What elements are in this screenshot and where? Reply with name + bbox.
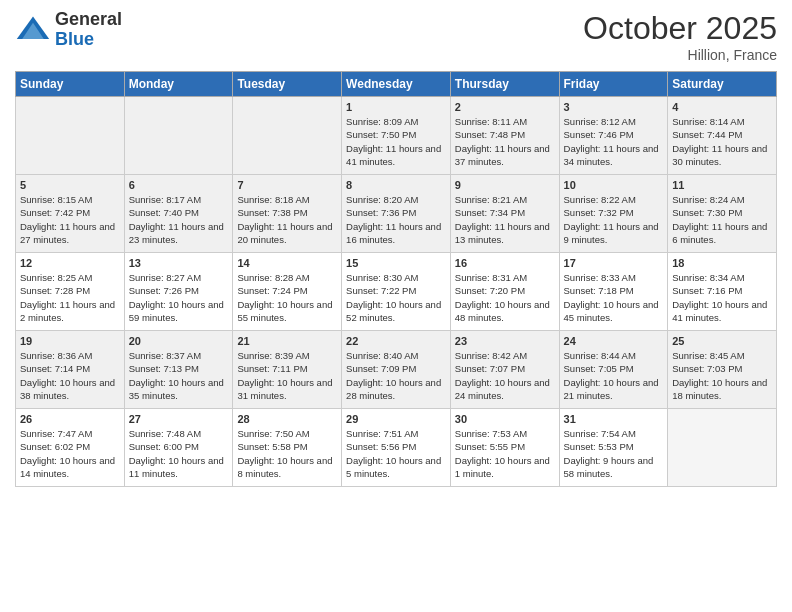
day-number: 24: [564, 335, 664, 347]
title-area: October 2025 Hillion, France: [583, 10, 777, 63]
table-row: 4Sunrise: 8:14 AM Sunset: 7:44 PM Daylig…: [668, 97, 777, 175]
day-number: 28: [237, 413, 337, 425]
day-number: 31: [564, 413, 664, 425]
day-number: 26: [20, 413, 120, 425]
day-info: Sunrise: 8:36 AM Sunset: 7:14 PM Dayligh…: [20, 349, 120, 402]
col-tuesday: Tuesday: [233, 72, 342, 97]
day-info: Sunrise: 8:42 AM Sunset: 7:07 PM Dayligh…: [455, 349, 555, 402]
table-row: 12Sunrise: 8:25 AM Sunset: 7:28 PM Dayli…: [16, 253, 125, 331]
table-row: [233, 97, 342, 175]
day-info: Sunrise: 7:50 AM Sunset: 5:58 PM Dayligh…: [237, 427, 337, 480]
table-row: 30Sunrise: 7:53 AM Sunset: 5:55 PM Dayli…: [450, 409, 559, 487]
logo-icon: [15, 12, 51, 48]
day-number: 16: [455, 257, 555, 269]
day-info: Sunrise: 8:15 AM Sunset: 7:42 PM Dayligh…: [20, 193, 120, 246]
day-info: Sunrise: 8:44 AM Sunset: 7:05 PM Dayligh…: [564, 349, 664, 402]
day-info: Sunrise: 8:21 AM Sunset: 7:34 PM Dayligh…: [455, 193, 555, 246]
day-number: 11: [672, 179, 772, 191]
table-row: [668, 409, 777, 487]
day-info: Sunrise: 8:40 AM Sunset: 7:09 PM Dayligh…: [346, 349, 446, 402]
day-info: Sunrise: 7:53 AM Sunset: 5:55 PM Dayligh…: [455, 427, 555, 480]
day-number: 29: [346, 413, 446, 425]
day-info: Sunrise: 8:37 AM Sunset: 7:13 PM Dayligh…: [129, 349, 229, 402]
day-number: 13: [129, 257, 229, 269]
day-info: Sunrise: 8:24 AM Sunset: 7:30 PM Dayligh…: [672, 193, 772, 246]
day-info: Sunrise: 8:34 AM Sunset: 7:16 PM Dayligh…: [672, 271, 772, 324]
day-info: Sunrise: 8:45 AM Sunset: 7:03 PM Dayligh…: [672, 349, 772, 402]
table-row: 13Sunrise: 8:27 AM Sunset: 7:26 PM Dayli…: [124, 253, 233, 331]
day-info: Sunrise: 8:22 AM Sunset: 7:32 PM Dayligh…: [564, 193, 664, 246]
table-row: 3Sunrise: 8:12 AM Sunset: 7:46 PM Daylig…: [559, 97, 668, 175]
col-monday: Monday: [124, 72, 233, 97]
table-row: 16Sunrise: 8:31 AM Sunset: 7:20 PM Dayli…: [450, 253, 559, 331]
logo-blue: Blue: [55, 30, 122, 50]
logo: General Blue: [15, 10, 122, 50]
day-info: Sunrise: 8:20 AM Sunset: 7:36 PM Dayligh…: [346, 193, 446, 246]
table-row: 1Sunrise: 8:09 AM Sunset: 7:50 PM Daylig…: [342, 97, 451, 175]
day-info: Sunrise: 8:33 AM Sunset: 7:18 PM Dayligh…: [564, 271, 664, 324]
table-row: 9Sunrise: 8:21 AM Sunset: 7:34 PM Daylig…: [450, 175, 559, 253]
table-row: 14Sunrise: 8:28 AM Sunset: 7:24 PM Dayli…: [233, 253, 342, 331]
day-number: 14: [237, 257, 337, 269]
day-number: 23: [455, 335, 555, 347]
day-number: 5: [20, 179, 120, 191]
day-number: 21: [237, 335, 337, 347]
day-info: Sunrise: 8:12 AM Sunset: 7:46 PM Dayligh…: [564, 115, 664, 168]
table-row: 27Sunrise: 7:48 AM Sunset: 6:00 PM Dayli…: [124, 409, 233, 487]
table-row: 20Sunrise: 8:37 AM Sunset: 7:13 PM Dayli…: [124, 331, 233, 409]
table-row: 2Sunrise: 8:11 AM Sunset: 7:48 PM Daylig…: [450, 97, 559, 175]
day-info: Sunrise: 8:30 AM Sunset: 7:22 PM Dayligh…: [346, 271, 446, 324]
day-number: 20: [129, 335, 229, 347]
calendar-header-row: Sunday Monday Tuesday Wednesday Thursday…: [16, 72, 777, 97]
day-info: Sunrise: 8:14 AM Sunset: 7:44 PM Dayligh…: [672, 115, 772, 168]
location: Hillion, France: [583, 47, 777, 63]
table-row: 25Sunrise: 8:45 AM Sunset: 7:03 PM Dayli…: [668, 331, 777, 409]
day-info: Sunrise: 8:11 AM Sunset: 7:48 PM Dayligh…: [455, 115, 555, 168]
day-info: Sunrise: 7:48 AM Sunset: 6:00 PM Dayligh…: [129, 427, 229, 480]
table-row: 5Sunrise: 8:15 AM Sunset: 7:42 PM Daylig…: [16, 175, 125, 253]
day-info: Sunrise: 8:25 AM Sunset: 7:28 PM Dayligh…: [20, 271, 120, 324]
day-number: 6: [129, 179, 229, 191]
day-number: 7: [237, 179, 337, 191]
table-row: 28Sunrise: 7:50 AM Sunset: 5:58 PM Dayli…: [233, 409, 342, 487]
col-saturday: Saturday: [668, 72, 777, 97]
calendar: Sunday Monday Tuesday Wednesday Thursday…: [15, 71, 777, 487]
day-number: 18: [672, 257, 772, 269]
col-thursday: Thursday: [450, 72, 559, 97]
day-info: Sunrise: 8:28 AM Sunset: 7:24 PM Dayligh…: [237, 271, 337, 324]
day-info: Sunrise: 8:27 AM Sunset: 7:26 PM Dayligh…: [129, 271, 229, 324]
day-info: Sunrise: 8:17 AM Sunset: 7:40 PM Dayligh…: [129, 193, 229, 246]
day-number: 27: [129, 413, 229, 425]
day-number: 25: [672, 335, 772, 347]
table-row: 29Sunrise: 7:51 AM Sunset: 5:56 PM Dayli…: [342, 409, 451, 487]
day-number: 3: [564, 101, 664, 113]
table-row: 15Sunrise: 8:30 AM Sunset: 7:22 PM Dayli…: [342, 253, 451, 331]
page: General Blue October 2025 Hillion, Franc…: [0, 0, 792, 612]
table-row: 8Sunrise: 8:20 AM Sunset: 7:36 PM Daylig…: [342, 175, 451, 253]
day-number: 8: [346, 179, 446, 191]
day-info: Sunrise: 8:39 AM Sunset: 7:11 PM Dayligh…: [237, 349, 337, 402]
col-friday: Friday: [559, 72, 668, 97]
day-number: 30: [455, 413, 555, 425]
day-number: 12: [20, 257, 120, 269]
day-number: 10: [564, 179, 664, 191]
col-sunday: Sunday: [16, 72, 125, 97]
day-info: Sunrise: 8:31 AM Sunset: 7:20 PM Dayligh…: [455, 271, 555, 324]
table-row: 26Sunrise: 7:47 AM Sunset: 6:02 PM Dayli…: [16, 409, 125, 487]
table-row: 11Sunrise: 8:24 AM Sunset: 7:30 PM Dayli…: [668, 175, 777, 253]
table-row: [124, 97, 233, 175]
table-row: 24Sunrise: 8:44 AM Sunset: 7:05 PM Dayli…: [559, 331, 668, 409]
day-number: 2: [455, 101, 555, 113]
table-row: 7Sunrise: 8:18 AM Sunset: 7:38 PM Daylig…: [233, 175, 342, 253]
day-number: 22: [346, 335, 446, 347]
day-number: 19: [20, 335, 120, 347]
table-row: 23Sunrise: 8:42 AM Sunset: 7:07 PM Dayli…: [450, 331, 559, 409]
table-row: 19Sunrise: 8:36 AM Sunset: 7:14 PM Dayli…: [16, 331, 125, 409]
day-number: 15: [346, 257, 446, 269]
day-info: Sunrise: 7:47 AM Sunset: 6:02 PM Dayligh…: [20, 427, 120, 480]
day-info: Sunrise: 7:54 AM Sunset: 5:53 PM Dayligh…: [564, 427, 664, 480]
logo-general: General: [55, 10, 122, 30]
table-row: 22Sunrise: 8:40 AM Sunset: 7:09 PM Dayli…: [342, 331, 451, 409]
day-info: Sunrise: 8:18 AM Sunset: 7:38 PM Dayligh…: [237, 193, 337, 246]
day-number: 4: [672, 101, 772, 113]
